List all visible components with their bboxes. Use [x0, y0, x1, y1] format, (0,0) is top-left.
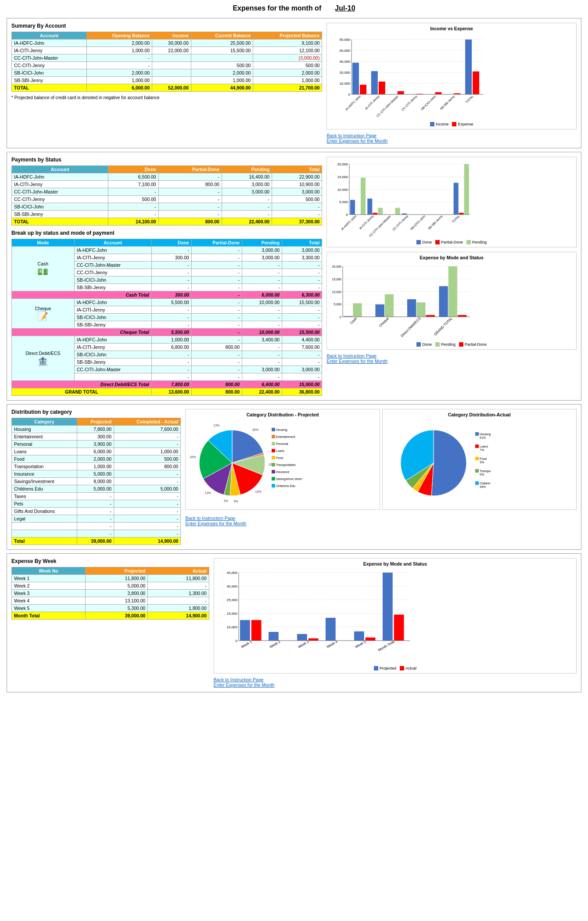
- payments-chart: 05,00010,00015,00020,000IA-HDFC-JohnIA-C…: [326, 157, 577, 247]
- b-pending-cell: -: [242, 321, 282, 329]
- pie1-svg: 20%10%15%5%3%13%20%13%HousingEntertainme…: [188, 419, 302, 507]
- income-cell: 30,000.00: [152, 39, 191, 47]
- svg-text:Cash: Cash: [349, 316, 358, 325]
- svg-text:CC-CITI-Jenny: CC-CITI-Jenny: [392, 214, 409, 231]
- week-chart-title: Expense by Mode and Status: [217, 561, 574, 566]
- svg-text:Cheque: Cheque: [378, 316, 390, 328]
- opening-cell: 1,000.00: [87, 47, 152, 54]
- current-cell: 25,500.00: [191, 39, 253, 47]
- svg-text:TOTAL: TOTAL: [452, 215, 461, 224]
- pending-cell: 16,400.00: [222, 173, 272, 181]
- done-cell: -: [108, 188, 158, 196]
- current-cell: 1,000.00: [191, 77, 253, 84]
- svg-text:40,000: 40,000: [226, 571, 237, 575]
- b-done-cell: -: [151, 262, 191, 269]
- col-opening: Opening Balance: [87, 32, 152, 39]
- enter-link-1[interactable]: Enter Expenses for the Month: [326, 138, 577, 143]
- actual-cell: 1,000.00: [114, 448, 181, 455]
- enter-link-3[interactable]: Enter Expenses for the Month: [185, 521, 577, 526]
- summary-table-area: Summary By Account Account Opening Balan…: [11, 23, 322, 143]
- b-pending-cell: -: [242, 306, 282, 314]
- svg-text:0: 0: [348, 93, 351, 97]
- col-current: Current Balance: [191, 32, 253, 39]
- breakdown-title: Break up by status and mode of payment: [11, 230, 322, 236]
- svg-text:Insurance: Insurance: [276, 470, 290, 473]
- account-cell: CC-CITI-Jenny: [12, 196, 108, 203]
- svg-text:3%: 3%: [480, 461, 484, 464]
- income-expense-chart: Income vs Expense 010,00020,00030,00040,…: [326, 23, 577, 129]
- proj-cell: -: [77, 523, 114, 530]
- svg-rect-168: [354, 631, 364, 641]
- account-cell: IA-HDFC-John: [12, 173, 108, 181]
- back-link-3[interactable]: Back to Instruction Page: [185, 516, 577, 521]
- back-link-4[interactable]: Back to Instruction Page: [214, 677, 577, 682]
- svg-text:0: 0: [235, 639, 237, 643]
- section-payments: Payments by Status Account Done Partial-…: [7, 152, 581, 401]
- svg-rect-90: [385, 294, 394, 317]
- account-cell: IA-CITI-Jenny: [12, 181, 108, 188]
- svg-rect-94: [417, 302, 426, 317]
- b-partial-cell: -: [191, 366, 242, 373]
- c-col-actual: Completed - Actual: [114, 418, 181, 426]
- svg-text:20,000: 20,000: [337, 162, 348, 166]
- b-partial-cell: -: [191, 254, 242, 262]
- b-total-cell: -: [282, 321, 322, 329]
- category-row: Legal - -: [12, 515, 181, 523]
- enter-link-4[interactable]: Enter Expenses for the Month: [214, 682, 577, 688]
- svg-rect-95: [426, 315, 435, 317]
- svg-rect-30: [466, 39, 472, 94]
- svg-rect-51: [378, 208, 383, 215]
- account-cell: CC-CITI-John-Master: [12, 188, 108, 196]
- proj-cell: 7,800.00: [77, 426, 114, 433]
- svg-text:Week 3: Week 3: [297, 640, 309, 649]
- b-done-cell: -: [151, 373, 191, 381]
- svg-text:CC-CITI-Jenny: CC-CITI-Jenny: [401, 94, 418, 111]
- proj-cell: -: [77, 500, 114, 508]
- b-total-cell: -: [282, 358, 322, 366]
- opening-cell: -: [87, 54, 152, 62]
- svg-rect-121: [272, 463, 275, 466]
- enter-link-2[interactable]: Enter Expenses for the Month: [326, 358, 577, 364]
- week-cell: Week 3: [12, 590, 86, 597]
- category-charts: Category Distribution - Projected 20%10%…: [185, 409, 577, 545]
- svg-text:Week 2: Week 2: [269, 640, 281, 649]
- proj-cell: 3,900.00: [77, 441, 114, 448]
- w-col-week: Week No: [12, 567, 86, 575]
- account-cell: TOTAL: [12, 218, 108, 226]
- svg-text:Loans: Loans: [480, 445, 488, 448]
- current-cell: 44,900.00: [191, 84, 253, 92]
- chart2b-legend: Done Pending Partial-Done: [330, 342, 574, 347]
- b-col-done: Done: [151, 239, 191, 247]
- p-col-account: Account: [12, 166, 108, 173]
- svg-text:Childrens Edu: Childrens Edu: [276, 484, 295, 487]
- done-cell: -: [108, 203, 158, 211]
- svg-text:51%: 51%: [480, 436, 486, 439]
- done-cell: 14,100.00: [108, 218, 158, 226]
- week-legend: Projected Actual: [217, 666, 574, 670]
- projected-cell: 21,700.00: [253, 84, 322, 92]
- w-col-proj: Projected: [86, 567, 148, 575]
- back-link-1[interactable]: Back to Instruction Page: [326, 133, 577, 138]
- proj-cell: -: [77, 493, 114, 500]
- pending-cell: 22,400.00: [222, 218, 272, 226]
- week-actual-cell: 1,300.00: [148, 590, 209, 597]
- expense-color: [452, 122, 456, 126]
- svg-text:20%: 20%: [190, 455, 196, 459]
- b-col-pending: Pending: [242, 239, 282, 247]
- back-link-2[interactable]: Back to Instruction Page: [326, 353, 577, 358]
- svg-text:Housing: Housing: [480, 433, 491, 436]
- svg-text:Loans: Loans: [276, 449, 285, 452]
- b-total-cell: 15,500.00: [282, 299, 322, 306]
- account-cell: IA-CITI-Jenny: [12, 47, 87, 54]
- svg-rect-25: [435, 92, 442, 94]
- projected-cell: 1,000.00: [253, 77, 322, 84]
- summary-row: SB-ICICI-John 2,000.00 2,000.00 2,000.00: [12, 69, 322, 77]
- b-account-cell: SB-ICICI-John: [74, 351, 151, 358]
- week-actual-cell: -: [148, 582, 209, 590]
- current-cell: 2,000.00: [191, 69, 253, 77]
- subtotal-partial: 800.00: [191, 381, 242, 388]
- chart1-svg: 010,00020,00030,00040,00050,000IA-HDFC-J…: [330, 33, 488, 121]
- subtotal-done: 7,800.00: [151, 381, 191, 388]
- proj-cell: -: [77, 508, 114, 515]
- w-col-actual: Actual: [148, 567, 209, 575]
